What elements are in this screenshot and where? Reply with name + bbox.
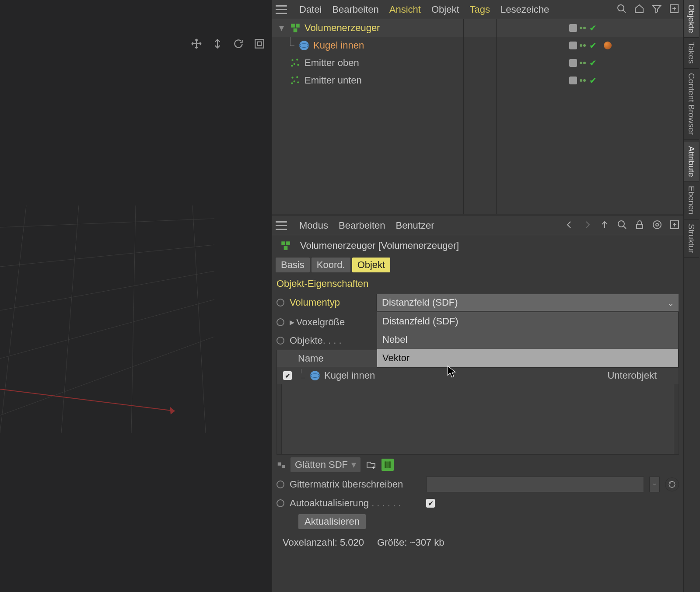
particle-tag-icon[interactable]	[604, 42, 612, 49]
menu-bookmark[interactable]: Lesezeiche	[500, 4, 549, 15]
volume-stats: Voxelanzahl: 5.020 Größe: ~307 kb	[272, 531, 683, 554]
tree-row-emitter-unten[interactable]: Emitter unten ✔	[272, 72, 683, 89]
enabled-check-icon[interactable]: ✔	[589, 23, 597, 33]
home-icon[interactable]	[634, 3, 644, 16]
update-button[interactable]: Aktualisieren	[298, 514, 366, 529]
prop-autoaktualisierung: Autoaktualisierung . . . . . . ✔	[272, 494, 683, 512]
dropdown-option-nebel[interactable]: Nebel	[377, 331, 678, 349]
prop-aktualisieren: Aktualisieren	[272, 512, 683, 531]
expander-icon[interactable]: ▾	[276, 22, 286, 34]
dock-tab-objekte[interactable]: Objekte	[684, 0, 699, 38]
menu-file[interactable]: Datei	[299, 4, 322, 15]
volumentyp-dropdown[interactable]: Distanzfeld (SDF) Distanzfeld (SDF) Nebe…	[376, 294, 679, 311]
rotate-icon[interactable]	[231, 37, 245, 51]
svg-point-12	[618, 5, 624, 11]
keyframe-dot-icon[interactable]	[276, 318, 284, 326]
layer-toggle-icon[interactable]	[569, 24, 577, 32]
keyframe-dot-icon[interactable]	[276, 499, 284, 507]
filter-icon[interactable]	[651, 3, 662, 16]
panel-menu-icon[interactable]	[276, 221, 287, 230]
menu-edit[interactable]: Bearbeiten	[339, 220, 385, 231]
visibility-dots-icon[interactable]	[580, 62, 586, 64]
dock-tab-takes[interactable]: Takes	[684, 38, 699, 69]
search-icon[interactable]	[617, 219, 627, 232]
menu-mode[interactable]: Modus	[299, 220, 328, 231]
svg-point-21	[294, 63, 295, 65]
viewport[interactable]	[0, 0, 272, 592]
object-manager-menubar: Datei Bearbeiten Ansicht Objekt Tags Les…	[272, 0, 683, 19]
enabled-check-icon[interactable]: ✔	[589, 75, 597, 86]
tab-basis[interactable]: Basis	[276, 258, 310, 272]
volumentyp-dropdown-list: Distanzfeld (SDF) Nebel Vektor	[377, 312, 679, 368]
dropdown-option-vektor[interactable]: Vektor	[377, 349, 678, 367]
svg-marker-11	[170, 407, 175, 414]
picker-icon[interactable]	[665, 477, 679, 491]
tree-item-label: Kugel innen	[313, 40, 364, 51]
layer-toggle-icon[interactable]	[569, 59, 577, 67]
emitter-icon	[290, 75, 301, 86]
maximize-icon[interactable]	[669, 3, 679, 16]
row-mode: Unterobjekt	[607, 370, 657, 381]
record-icon[interactable]	[652, 219, 662, 232]
panel-menu-icon[interactable]	[276, 5, 287, 14]
auto-update-checkbox[interactable]: ✔	[426, 499, 435, 508]
menu-tags[interactable]: Tags	[470, 4, 490, 15]
objects-list-drop-area[interactable]	[281, 384, 674, 454]
object-tree[interactable]: ▾ Volumenerzeuger ✔ Kugel innen	[272, 19, 683, 214]
dock-tab-content-browser[interactable]: Content Browser	[684, 69, 699, 140]
section-title: Objekt-Eigenschaften	[272, 274, 683, 292]
sphere-icon	[298, 40, 310, 51]
zoom-icon[interactable]	[210, 37, 224, 51]
svg-line-5	[0, 299, 214, 359]
enabled-check-icon[interactable]: ✔	[589, 58, 597, 68]
dropdown-selected: Distanzfeld (SDF)	[382, 297, 458, 308]
search-icon[interactable]	[616, 3, 627, 16]
svg-point-24	[291, 77, 293, 78]
lock-icon[interactable]	[634, 219, 645, 232]
tab-objekt[interactable]: Objekt	[352, 258, 391, 272]
visibility-dots-icon[interactable]	[580, 79, 586, 82]
nav-forward-icon[interactable]	[582, 219, 592, 232]
tree-row-volumenerzeuger[interactable]: ▾ Volumenerzeuger ✔	[272, 19, 683, 37]
row-checkbox[interactable]: ✔	[283, 371, 292, 380]
menu-object[interactable]: Objekt	[431, 4, 459, 15]
move-icon[interactable]	[189, 37, 203, 51]
menu-user[interactable]: Benutzer	[396, 220, 434, 231]
keyframe-dot-icon[interactable]	[276, 481, 284, 488]
frame-icon[interactable]	[252, 37, 266, 51]
tab-koord[interactable]: Koord.	[312, 258, 350, 272]
gittermatrix-dropdown-button[interactable]	[649, 477, 660, 492]
objects-list-row[interactable]: ✔ Kugel innen Unterobjekt	[277, 367, 679, 384]
layer-toggle-icon[interactable]	[569, 77, 577, 84]
enabled-check-icon[interactable]: ✔	[589, 40, 597, 51]
maximize-icon[interactable]	[669, 219, 680, 232]
viewport-grid	[0, 205, 214, 433]
svg-point-17	[299, 41, 309, 50]
svg-rect-1	[258, 42, 262, 46]
smooth-filter-pill[interactable]: Glätten SDF ▾	[290, 457, 360, 472]
tree-row-kugel-innen[interactable]: Kugel innen ✔	[272, 37, 683, 54]
add-folder-icon[interactable]	[365, 459, 377, 471]
visibility-dots-icon[interactable]	[580, 44, 586, 47]
menu-view[interactable]: Ansicht	[389, 4, 421, 15]
right-dock-tabs: Objekte Takes Content Browser Attribute …	[683, 0, 700, 592]
svg-line-7	[0, 205, 26, 433]
keyframe-dot-icon[interactable]	[276, 299, 284, 306]
svg-point-29	[618, 221, 624, 227]
filmstrip-icon[interactable]	[382, 459, 394, 471]
dock-tab-struktur[interactable]: Struktur	[684, 219, 699, 258]
menu-edit[interactable]: Bearbeiten	[332, 4, 378, 15]
nav-up-icon[interactable]	[599, 219, 610, 232]
nav-back-icon[interactable]	[564, 219, 575, 232]
dock-tab-ebenen[interactable]: Ebenen	[684, 181, 699, 219]
keyframe-dot-icon[interactable]	[276, 337, 284, 345]
layer-toggle-icon[interactable]	[569, 42, 577, 49]
filter-type-icon[interactable]	[276, 460, 286, 470]
svg-point-32	[656, 223, 658, 226]
dropdown-option-sdf[interactable]: Distanzfeld (SDF)	[377, 312, 678, 331]
tree-row-emitter-oben[interactable]: Emitter oben ✔	[272, 54, 683, 72]
dock-tab-attribute[interactable]: Attribute	[684, 142, 699, 182]
visibility-dots-icon[interactable]	[580, 27, 586, 29]
emitter-icon	[290, 57, 301, 69]
gittermatrix-input[interactable]	[426, 477, 644, 492]
